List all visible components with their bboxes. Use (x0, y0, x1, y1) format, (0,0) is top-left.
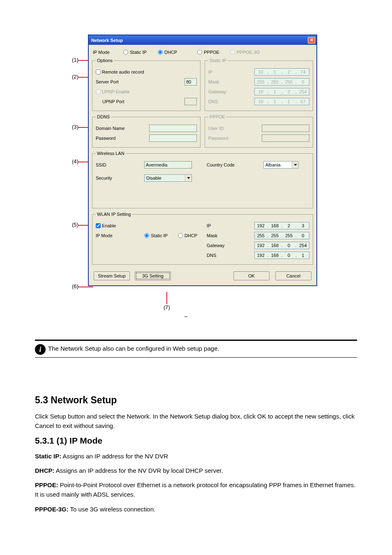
upnp-port-input (184, 98, 197, 105)
callout-7: (7) (164, 304, 170, 310)
radio-wlan-static[interactable] (144, 233, 149, 238)
radio-dhcp[interactable] (158, 50, 163, 55)
dhcp-desc: DHCP: Assigns an IP address for the NV D… (35, 466, 357, 475)
upnp-enable-check: UPNP Enable (96, 89, 130, 94)
radio-pppoe[interactable] (197, 50, 202, 55)
pppoe-desc: PPPOE: Point-to-Point Protocol over Ethe… (35, 480, 357, 500)
static-ip-desc: Static IP: Assigns an IP address for the… (35, 451, 357, 461)
dialog-title: Network Setup (91, 38, 123, 43)
section-heading: 5.3 Network Setup (35, 395, 357, 406)
section-intro: Click Setup button and select the Networ… (35, 412, 357, 431)
pppoe-legend: PPPOE (208, 114, 226, 119)
wlan-dns-input[interactable]: 192. 168. 0. 1 (254, 252, 309, 259)
static-ip-input: 10. 1. 2. 74 (254, 68, 309, 76)
wlan-mask-input[interactable]: 255. 255. 255. 0 (254, 232, 309, 239)
radio-static-ip[interactable] (123, 50, 128, 55)
security-value: Disable (146, 176, 161, 180)
pppoe-password-label: Password (208, 136, 253, 141)
server-port-label: Server Port (96, 79, 140, 84)
ssid-label: SSID (96, 162, 144, 167)
static-gateway-label: Gateway (208, 89, 253, 94)
stream-setup-button[interactable]: Stream Setup (94, 271, 130, 280)
country-code-label: Country Code (207, 162, 263, 167)
note-text: The Network Setup also can be configured… (48, 344, 219, 352)
static-ip-label: IP (208, 69, 253, 74)
wlan-gateway-input[interactable]: 192. 168. 0. 254 (254, 242, 309, 249)
static-ip-group: Static IP IP 10. 1. 2. 74 (205, 58, 313, 111)
pppoe-password-input (262, 134, 309, 142)
ok-button[interactable]: OK (233, 271, 270, 280)
ddns-password-input[interactable] (149, 134, 197, 142)
ssid-input[interactable] (144, 161, 192, 169)
radio-wlan-dhcp[interactable] (178, 233, 183, 238)
country-code-value: Albania (265, 162, 281, 167)
domain-name-input[interactable] (149, 125, 197, 132)
ddns-group: DDNS Domain Name Password (92, 114, 201, 148)
close-icon: ✕ (310, 38, 314, 42)
radio-wlan-static-label: Static IP (151, 233, 168, 238)
radio-static-ip-label: Static IP (130, 50, 147, 55)
remote-audio-label: Remote audio record (102, 69, 144, 74)
radio-dhcp-label: DHCP (164, 50, 177, 55)
pppoe-3g-desc: PPPOE-3G: To use 3G wireless connection. (35, 504, 357, 514)
pppoe-userid-label: User ID (208, 126, 253, 131)
ddns-legend: DDNS (96, 114, 111, 119)
upnp-port-label: UPNP Port (96, 99, 140, 104)
subsection-heading: 5.3.1 (1) IP Mode (35, 436, 357, 446)
wlan-enable-check[interactable]: Enable (96, 223, 116, 228)
ddns-password-label: Password (96, 136, 140, 141)
security-label: Security (96, 176, 144, 180)
wlan-mask-label: Mask (207, 233, 244, 238)
upnp-enable-label: UPNP Enable (102, 89, 130, 94)
radio-wlan-dhcp-label: DHCP (184, 233, 197, 238)
ipmode-label: IP Mode (92, 50, 123, 55)
wlan-enable-label: Enable (102, 223, 116, 228)
pppoe-userid-input (262, 125, 309, 132)
dash: − (184, 313, 188, 320)
wlan-ipmode-label: IP Mode (96, 233, 144, 238)
wlan-ip-setting-group: WLAN IP Setting Enable IP Mode Static IP (92, 212, 313, 265)
pppoe-group: PPPOE User ID Password (205, 114, 313, 148)
close-button[interactable]: ✕ (308, 37, 315, 44)
radio-pppoe-3g (230, 50, 235, 55)
note-block: i The Network Setup also can be configur… (35, 339, 357, 358)
chevron-down-icon (185, 175, 191, 181)
static-mask-label: Mask (208, 79, 253, 84)
remote-audio-check[interactable]: Remote audio record (96, 69, 144, 74)
static-mask-input: 255. 255. 255. 0 (254, 78, 309, 86)
3g-setting-button[interactable]: 3G Setting (135, 271, 171, 280)
wlan-ip-input[interactable]: 192. 168. 2. 3 (254, 222, 309, 229)
info-icon: i (35, 344, 46, 355)
wireless-lan-legend: Wireless LAN (96, 151, 126, 156)
static-gateway-input: 10. 1. 2. 254 (254, 88, 309, 95)
wlan-gateway-label: Gateway (207, 243, 244, 248)
static-dns-label: DNS (208, 99, 253, 104)
wireless-lan-group: Wireless LAN SSID Security Disable (92, 151, 313, 208)
network-setup-dialog: Network Setup ✕ IP Mode Static IP DHCP P… (88, 35, 317, 286)
static-ip-legend: Static IP (208, 58, 228, 63)
country-code-select[interactable]: Albania (263, 161, 299, 169)
domain-name-label: Domain Name (96, 126, 140, 131)
options-legend: Options (96, 58, 114, 63)
wlan-ip-setting-legend: WLAN IP Setting (96, 212, 132, 217)
radio-pppoe-label: PPPOE (204, 50, 219, 55)
wlan-dns-label: DNS (207, 253, 244, 258)
options-group: Options Remote audio record Server Port (92, 58, 201, 111)
callout-line (166, 292, 167, 304)
server-port-input[interactable] (184, 78, 197, 86)
chevron-down-icon (292, 162, 298, 168)
static-dns-input: 10. 1. 1. 57 (254, 98, 309, 105)
radio-pppoe-3g-label: PPPOE-3G (237, 50, 260, 55)
security-select[interactable]: Disable (144, 174, 192, 182)
wlan-ip-label: IP (207, 223, 244, 228)
cancel-button[interactable]: Cancel (275, 271, 311, 280)
callout-line (78, 287, 93, 287)
titlebar[interactable]: Network Setup ✕ (89, 35, 316, 45)
